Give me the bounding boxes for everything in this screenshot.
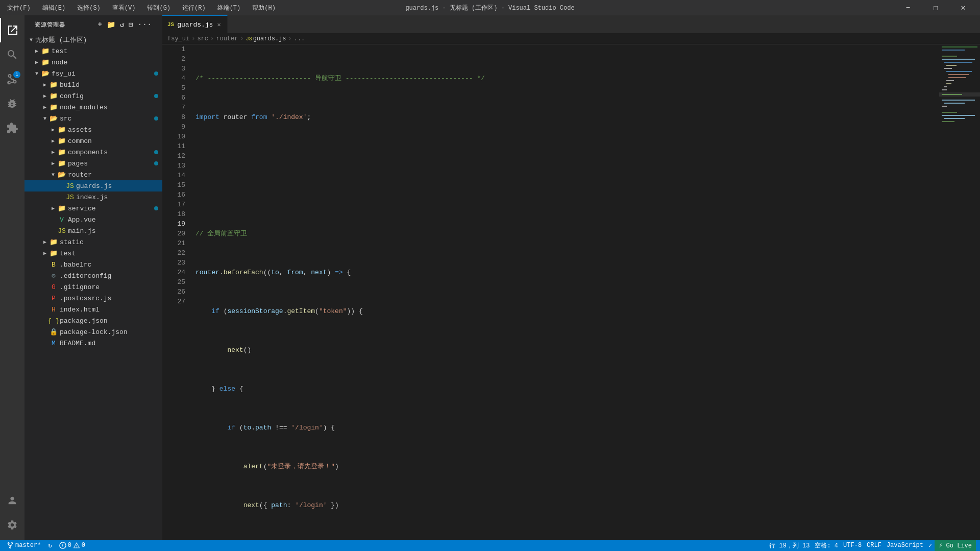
code-line-6: router.beforeEach((to, from, next) => { [195, 268, 939, 277]
bc-fsy-ui[interactable]: fsy_ui [167, 35, 189, 42]
line-num-23: 23 [162, 258, 185, 268]
status-port-icon[interactable]: ✓ [926, 540, 935, 551]
tree-label-pages: pages [68, 160, 88, 167]
line-num-14: 14 [162, 171, 185, 180]
tree-arrow-common: ▶ [49, 137, 57, 145]
menu-select[interactable]: 选择(S) [75, 3, 103, 13]
tree-item-router[interactable]: ▼ 📂 router [24, 169, 162, 180]
bc-dots[interactable]: ... [294, 35, 305, 42]
code-line-13: } else { [195, 539, 939, 540]
bc-router[interactable]: router [216, 35, 238, 42]
tree-item-package-lock[interactable]: ▶ 🔒 package-lock.json [24, 326, 162, 338]
status-branch[interactable]: master* [4, 540, 43, 551]
tree-label-common: common [68, 137, 92, 145]
tree-label-build: build [60, 81, 80, 89]
menu-help[interactable]: 帮助(H) [250, 3, 278, 13]
status-errors[interactable]: 0 0 [57, 540, 88, 551]
code-line-1: /* -------------------------- 导航守卫 -----… [195, 74, 939, 83]
settings-activity-icon[interactable] [0, 513, 24, 537]
tree-item-config[interactable]: ▶ 📁 config [24, 90, 162, 102]
tree-item-app-vue[interactable]: ▶ V App.vue [24, 214, 162, 225]
bc-guards-js[interactable]: JSguards.js [246, 35, 286, 42]
tree-workspace[interactable]: ▼ 无标题 (工作区) [24, 34, 162, 45]
port-check-icon: ✓ [928, 542, 932, 549]
code-line-8: next() [195, 345, 939, 355]
tree-item-src[interactable]: ▼ 📂 src [24, 113, 162, 124]
tree-item-gitignore[interactable]: ▶ G .gitignore [24, 281, 162, 293]
tree-item-node[interactable]: ▶ 📁 node [24, 57, 162, 68]
refresh-icon[interactable]: ↺ [120, 20, 125, 29]
tree-item-index-html[interactable]: ▶ H index.html [24, 304, 162, 315]
maximize-button[interactable]: ☐ [924, 0, 947, 15]
svg-rect-20 [942, 112, 957, 113]
new-file-icon[interactable]: + [98, 20, 103, 29]
tree-item-test-root[interactable]: ▶ 📁 test [24, 45, 162, 57]
menu-goto[interactable]: 转到(G) [145, 3, 173, 13]
close-button[interactable]: ✕ [951, 0, 975, 15]
spaces-label: 空格: 4 [815, 541, 838, 550]
debug-activity-icon[interactable] [0, 91, 24, 116]
warning-icon [73, 542, 80, 549]
tree-item-index-js[interactable]: ▶ JS index.js [24, 191, 162, 203]
tree-item-components[interactable]: ▶ 📁 components [24, 147, 162, 158]
titlebar-menu[interactable]: 文件(F) 编辑(E) 选择(S) 查看(V) 转到(G) 运行(R) 终端(T… [5, 3, 278, 13]
tree-item-common[interactable]: ▶ 📁 common [24, 135, 162, 147]
status-go-live[interactable]: ⚡ Go Live [935, 540, 976, 551]
menu-edit[interactable]: 编辑(E) [40, 3, 68, 13]
svg-rect-19 [942, 106, 947, 107]
tree-item-pages[interactable]: ▶ 📁 pages [24, 158, 162, 169]
bc-sep-1: › [191, 35, 195, 42]
tree-item-guards-js[interactable]: ▶ JS guards.js [24, 180, 162, 191]
svg-rect-8 [946, 71, 972, 72]
status-spaces[interactable]: 空格: 4 [812, 540, 841, 551]
menu-run[interactable]: 运行(R) [180, 3, 208, 13]
tree-arrow-build: ▶ [41, 81, 49, 89]
menu-view[interactable]: 查看(V) [110, 3, 138, 13]
line-num-13: 13 [162, 161, 185, 171]
source-control-activity-icon[interactable]: 1 [0, 67, 24, 91]
status-language[interactable]: JavaScript [884, 540, 926, 551]
dirty-dot-components [154, 150, 158, 154]
bc-src[interactable]: src [197, 35, 208, 42]
tree-item-assets[interactable]: ▶ 📁 assets [24, 124, 162, 135]
tabbar: JS guards.js ✕ [162, 15, 980, 33]
more-actions-icon[interactable]: ··· [138, 20, 152, 29]
tree-item-main-js[interactable]: ▶ JS main.js [24, 225, 162, 236]
status-eol[interactable]: CRLF [864, 540, 884, 551]
status-encoding[interactable]: UTF-8 [841, 540, 864, 551]
search-activity-icon[interactable] [0, 42, 24, 67]
collapse-icon[interactable]: ⊟ [129, 20, 133, 29]
tree-item-static[interactable]: ▶ 📁 static [24, 236, 162, 248]
sidebar-header-icons[interactable]: + 📁 ↺ ⊟ ··· [98, 20, 153, 29]
tree-item-node-modules[interactable]: ▶ 📁 node_modules [24, 102, 162, 113]
svg-rect-13 [944, 86, 947, 87]
minimize-button[interactable]: – [896, 0, 920, 15]
tab-guards-js[interactable]: JS guards.js ✕ [162, 15, 228, 33]
status-position[interactable]: 行 19，列 13 [767, 540, 812, 551]
tree-item-service[interactable]: ▶ 📁 service [24, 203, 162, 214]
tree-item-editorconfig[interactable]: ▶ ⚙ .editorconfig [24, 270, 162, 281]
tree-item-build[interactable]: ▶ 📁 build [24, 79, 162, 90]
tree-label-test-folder: test [60, 250, 76, 257]
tree-label-assets: assets [68, 126, 92, 134]
folder-icon-build: 📁 [49, 80, 58, 89]
tree-item-test-folder[interactable]: ▶ 📁 test [24, 248, 162, 259]
tree-item-readme[interactable]: ▶ M README.md [24, 338, 162, 349]
account-activity-icon[interactable] [0, 488, 24, 513]
code-editor[interactable]: /* -------------------------- 导航守卫 -----… [190, 44, 939, 540]
tree-item-postcssrc[interactable]: ▶ P .postcssrc.js [24, 293, 162, 304]
tree-item-fsy-ui[interactable]: ▼ 📂 fsy_ui [24, 68, 162, 79]
extensions-activity-icon[interactable] [0, 116, 24, 140]
window-controls[interactable]: – ☐ ✕ [896, 0, 975, 15]
tab-close-guards-js[interactable]: ✕ [216, 20, 222, 30]
new-folder-icon[interactable]: 📁 [107, 20, 116, 29]
status-sync[interactable]: ↻ [45, 540, 54, 551]
menu-file[interactable]: 文件(F) [5, 3, 33, 13]
explorer-activity-icon[interactable] [0, 18, 24, 42]
svg-rect-2 [942, 50, 965, 51]
folder-icon-test-folder: 📁 [49, 249, 58, 258]
tree-item-package-json[interactable]: ▶ { } package.json [24, 315, 162, 326]
git-icon-gitignore: G [49, 282, 58, 292]
tree-item-babelrc[interactable]: ▶ B .babelrc [24, 259, 162, 270]
menu-terminal[interactable]: 终端(T) [215, 3, 243, 13]
